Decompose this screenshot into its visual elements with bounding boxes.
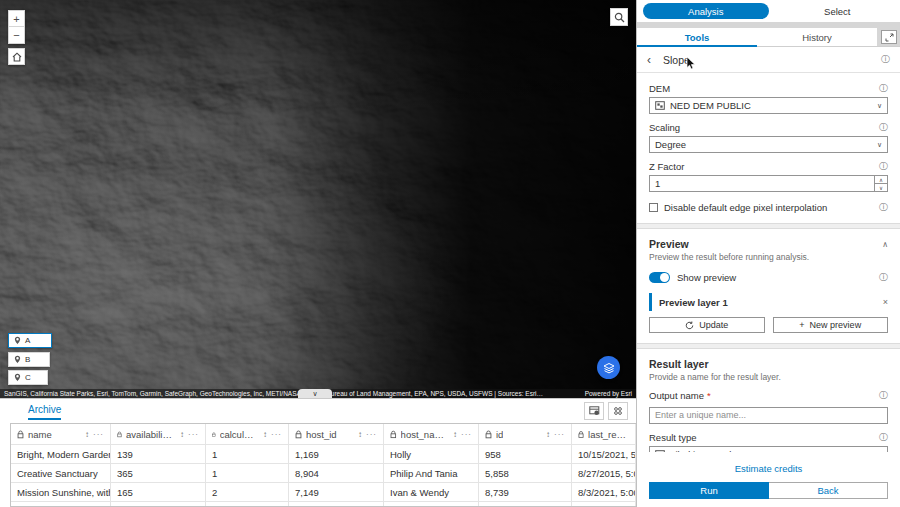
grid-dots-icon [613, 406, 623, 416]
cell: 1 [206, 464, 289, 483]
table-header-row: name ↕ ··· availability_365 ↕ ··· calcul… [11, 424, 636, 445]
table-row[interactable]: Bright, Modern Garden U... 139 1 1,169 H… [11, 445, 636, 464]
z-factor-label: Z Factor [649, 161, 684, 172]
marker-button-b[interactable]: B [8, 352, 50, 367]
lock-icon [17, 430, 24, 439]
back-chevron-icon[interactable]: ‹ [647, 53, 651, 67]
info-icon[interactable]: ⓘ [879, 162, 888, 171]
map-canvas[interactable]: + − A B [0, 0, 636, 398]
cell: 1,169 [289, 445, 384, 464]
home-button[interactable] [8, 48, 25, 65]
table-row[interactable]: Victorian Suite in Inner Mis... 354 1 35… [11, 502, 636, 507]
z-factor-input[interactable] [650, 176, 874, 191]
refresh-icon [685, 321, 694, 330]
step-up-icon[interactable]: ∧ [875, 176, 887, 184]
column-label: calculated_ho... [220, 429, 255, 440]
update-preview-button[interactable]: Update [649, 317, 765, 333]
tab-archive[interactable]: Archive [28, 404, 61, 420]
map-search-button[interactable] [610, 8, 628, 26]
dem-select[interactable]: NED DEM PUBLIC ∨ [649, 97, 888, 114]
table-row[interactable]: Creative Sanctuary 365 1 8,904 Philip An… [11, 464, 636, 483]
back-button[interactable]: Back [769, 482, 888, 499]
cell: 7,149 [289, 483, 384, 502]
powered-by-esri: Powered by Esri [585, 389, 632, 398]
column-header-availability[interactable]: availability_365 ↕ ··· [111, 424, 206, 445]
column-header-host-name[interactable]: host_name ↕ ··· [384, 424, 479, 445]
accent-bar [649, 293, 652, 311]
column-header-name[interactable]: name ↕ ··· [11, 424, 111, 445]
show-preview-toggle[interactable] [649, 272, 670, 283]
preview-layers-button[interactable] [597, 356, 620, 379]
tab-history[interactable]: History [757, 28, 877, 46]
analysis-panel: Analysis Select Tools History ‹ Slope ⓘ [636, 0, 900, 507]
mode-select-button[interactable]: Select [775, 0, 900, 22]
zoom-control: + − [8, 10, 25, 44]
sort-icon[interactable]: ↕ [546, 430, 550, 439]
info-icon[interactable]: ⓘ [881, 55, 890, 64]
info-icon[interactable]: ⓘ [879, 433, 888, 442]
preview-layer-card[interactable]: Preview layer 1 × [649, 293, 888, 311]
column-header-calculated[interactable]: calculated_ho... ↕ ··· [206, 424, 289, 445]
column-header-host-id[interactable]: host_id ↕ ··· [289, 424, 384, 445]
hillshade-terrain-image [0, 0, 636, 398]
info-icon[interactable]: ⓘ [879, 123, 888, 132]
table-collapse-handle[interactable]: ∨ [298, 389, 332, 398]
new-preview-button[interactable]: + New preview [773, 317, 889, 333]
column-header-last-review[interactable]: last_review [572, 424, 636, 445]
marker-label: B [25, 355, 30, 364]
column-header-id[interactable]: id ↕ ··· [479, 424, 572, 445]
zoom-out-button[interactable]: − [8, 27, 25, 44]
result-section-title: Result layer [649, 358, 709, 370]
cell: 8,739 [479, 483, 572, 502]
info-icon[interactable]: ⓘ [879, 273, 888, 282]
cell: 8,904 [289, 464, 384, 483]
z-factor-stepper: ∧ ∨ [874, 176, 887, 191]
sort-icon[interactable]: ↕ [85, 430, 89, 439]
column-menu-icon[interactable]: ··· [93, 430, 104, 439]
column-menu-icon[interactable]: ··· [366, 430, 377, 439]
step-down-icon[interactable]: ∨ [875, 184, 887, 191]
collapse-section-icon[interactable]: ∧ [882, 240, 888, 249]
preview-section-subtitle: Preview the result before running analys… [649, 252, 888, 262]
cell: 1 [206, 445, 289, 464]
preview-section-title: Preview [649, 238, 689, 250]
sort-icon[interactable]: ↕ [453, 430, 457, 439]
column-menu-icon[interactable]: ··· [554, 430, 565, 439]
info-icon[interactable]: ⓘ [879, 391, 888, 400]
data-grid: name ↕ ··· availability_365 ↕ ··· calcul… [10, 423, 636, 507]
column-label: name [28, 429, 52, 440]
column-menu-icon[interactable]: ··· [271, 430, 282, 439]
zoom-in-button[interactable]: + [8, 10, 25, 27]
mode-analysis-button[interactable]: Analysis [643, 3, 769, 19]
table-options-button[interactable] [584, 402, 604, 420]
scaling-select[interactable]: Degree ∨ [649, 136, 888, 153]
marker-button-c[interactable]: C [8, 370, 48, 385]
info-icon[interactable]: ⓘ [879, 84, 888, 93]
table-row[interactable]: Mission Sunshine, with Pri... 165 2 7,14… [11, 483, 636, 502]
sort-icon[interactable]: ↕ [358, 430, 362, 439]
pin-icon [14, 336, 21, 345]
section-divider [637, 223, 900, 229]
column-label: host_name [401, 429, 445, 440]
close-icon[interactable]: × [883, 297, 888, 307]
column-menu-icon[interactable]: ··· [188, 430, 199, 439]
estimate-credits-link[interactable]: Estimate credits [637, 459, 900, 482]
cell: Roman & Sarah [384, 502, 479, 507]
edge-interpolation-checkbox[interactable] [649, 203, 658, 212]
dem-value: NED DEM PUBLIC [670, 100, 751, 111]
run-button[interactable]: Run [649, 482, 769, 499]
chevron-down-icon: ∨ [312, 390, 317, 397]
update-label: Update [699, 320, 728, 330]
info-icon[interactable]: ⓘ [879, 203, 888, 212]
column-menu-icon[interactable]: ··· [461, 430, 472, 439]
cell: 139 [111, 445, 206, 464]
lock-icon [212, 430, 216, 439]
marker-button-a[interactable]: A [8, 333, 52, 348]
expand-icon [885, 33, 894, 42]
expand-panel-button[interactable] [881, 30, 897, 44]
sort-icon[interactable]: ↕ [180, 430, 184, 439]
output-name-input[interactable] [649, 407, 888, 424]
tab-tools[interactable]: Tools [637, 28, 757, 46]
card-view-button[interactable] [608, 402, 628, 420]
sort-icon[interactable]: ↕ [263, 430, 267, 439]
